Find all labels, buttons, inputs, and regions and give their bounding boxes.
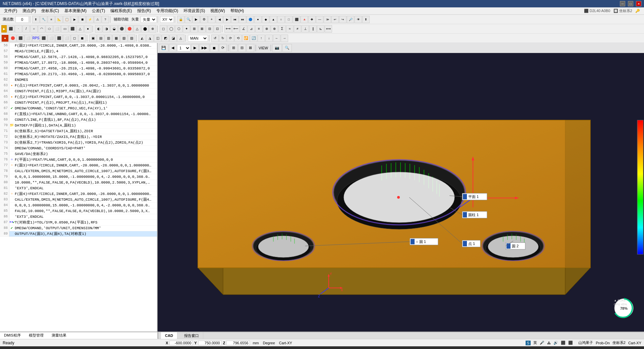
point-count-input[interactable] [15, 16, 29, 23]
view-play-btn[interactable]: ▶▶ [199, 44, 209, 52]
tb3-btn-15[interactable]: ▦ [112, 35, 120, 42]
tb-btn-25[interactable]: ≫ [324, 16, 331, 23]
tb2-btn-p11[interactable]: ⊥ [302, 25, 309, 33]
code-line[interactable]: 74 DMESW/COMAND,'COORDSYS/CAD=PART' [0, 146, 157, 151]
tb-btn-17[interactable]: ◆ [262, 16, 269, 23]
tb2-btn-m3[interactable]: ◒ [110, 25, 118, 33]
tb3-btn-17[interactable]: ▨ [128, 35, 135, 42]
view-prev-btn[interactable]: ◀ [169, 44, 176, 52]
menu-report[interactable]: 报告(R) [135, 7, 154, 14]
menu-env[interactable]: 环境设置(S) [181, 7, 208, 14]
circle-tool[interactable]: ○ [30, 25, 38, 33]
tb2-btn-r7[interactable]: ⊟ [206, 25, 213, 33]
plane-select[interactable]: XY XZ YZ [160, 16, 174, 23]
tb-btn-28[interactable]: 🔎 [347, 16, 354, 23]
cylinder-tool[interactable]: ⬛ [69, 25, 76, 33]
lang-indicator[interactable]: S [526, 341, 531, 345]
menu-help[interactable]: 帮助(H) [228, 7, 247, 14]
arc-tool[interactable]: ◠ [38, 25, 45, 33]
tb-btn-27[interactable]: ↪ [339, 16, 346, 23]
menu-coord[interactable]: 坐标系(C) [39, 7, 62, 14]
tb3-btn-10[interactable]: ◻ [71, 35, 78, 42]
search-btn[interactable]: 🔍 [185, 16, 192, 23]
code-line[interactable]: 57 MEAS/CIRCLE,F(圆2),4 [0, 49, 157, 54]
tb-btn-16[interactable]: ● [254, 16, 262, 23]
tb2-btn-p4[interactable]: ⊿ [248, 25, 255, 33]
code-line[interactable]: 82 ○ F(圆4)=FEAT/CIRCLE,INNER,CART,20.000… [0, 191, 157, 197]
code-line[interactable]: 67 ✔ DMESW/COMAND,'CONST/SET_PROJ_VEC,FA… [0, 106, 157, 111]
sphere-tool[interactable]: ● [84, 25, 92, 33]
tb2-btn-p5[interactable]: ≡ [255, 25, 263, 33]
close-button[interactable]: ✕ [636, 1, 641, 6]
tb3-btn-c6[interactable]: 🔄 [250, 35, 257, 42]
tb2-btn-m4[interactable]: ⚫ [118, 25, 125, 33]
tb3-btn-13[interactable]: ▤ [97, 35, 104, 42]
tb2-btn-m6[interactable]: △ [133, 25, 141, 33]
plane-tool[interactable]: ▭ [61, 25, 68, 33]
tb3-btn-19[interactable]: ◮ [146, 35, 154, 42]
tb3-btn-6[interactable]: ⬛ [40, 35, 47, 42]
tab-dmis-program[interactable]: DMIS程序 模型管理 测量结果 [0, 332, 158, 339]
tb-btn-21[interactable]: ⬛ [293, 16, 300, 23]
tb3-btn-14[interactable]: ▥ [105, 35, 112, 42]
tb2-btn-p6[interactable]: ⊗ [263, 25, 270, 33]
view-save-btn[interactable]: 💾 [159, 44, 168, 52]
code-line[interactable]: 63 ● F(点1)=FEAT/POINT,CART,0.0003,-26.00… [0, 83, 157, 89]
code-line[interactable]: 73 D(坐标系2_T)=TRANS/XORIG,FA(点2),YORIG,FA… [0, 140, 157, 146]
tb3-btn-c3[interactable]: ⟳ [227, 35, 234, 42]
tb-btn-30[interactable]: ⬆ [362, 16, 370, 23]
tb3-btn-12[interactable]: ▣ [89, 35, 97, 42]
code-line[interactable]: 72 D(坐标系2_R)=ROTATE/ZAXIS,FA(直线1),-YDIR [0, 134, 157, 140]
code-line[interactable]: 89 OUTPUT/FA(圆3),FA(圆4),TA(对称度1) [0, 231, 157, 237]
ellipse-tool[interactable]: ⬭ [46, 25, 53, 33]
tb-btn-24[interactable]: — [316, 16, 323, 23]
tb-btn-15[interactable]: 🔵 [247, 16, 254, 23]
code-line[interactable]: 62 ENDMES [0, 77, 157, 83]
slot-tool[interactable]: ⬜ [53, 25, 61, 33]
tb2-btn-r3[interactable]: ⬡ [175, 25, 182, 33]
tb3-btn-c10[interactable]: → [281, 35, 288, 42]
view-save-img-btn[interactable]: 📷 [272, 44, 282, 52]
tb-btn-7[interactable]: ⏹ [78, 16, 86, 23]
code-line[interactable]: 64 CONST/POINT,F(点1),MIDPT,FA(圆1),FA(圆2) [0, 89, 157, 94]
tab-cad[interactable]: CAD [161, 332, 177, 339]
code-line[interactable]: 85 FALSE,10.0000,**,FALSE,FALSE,0,FA(VEC… [0, 208, 157, 214]
code-line[interactable]: 56 F(圆2)=FEAT/CIRCLE,INNER,CART,20.0000,… [0, 43, 157, 49]
tb-btn-1[interactable]: ⬆ [32, 16, 40, 23]
maximize-button[interactable]: □ [628, 1, 633, 6]
code-area[interactable]: 56 F(圆2)=FEAT/CIRCLE,INNER,CART,20.0000,… [0, 43, 157, 332]
code-line[interactable]: 61 PTMEAS/CART,20.2173,-33.4969,-1.4098,… [0, 71, 157, 77]
view-grid-btn[interactable]: ⊟ [238, 44, 246, 52]
tab-measure-label[interactable]: 测量结果 [52, 333, 66, 338]
code-line[interactable]: 60 PTMEAS/CART,27.4958,-26.2519,-1.4098,… [0, 66, 157, 71]
tb2-btn-m1[interactable]: ◐ [95, 25, 102, 33]
code-line[interactable]: 79 0,0,0,1.00000000,15.0000,-1.00000000,… [0, 174, 157, 180]
tb2-btn-p8[interactable]: Σ [278, 25, 286, 33]
code-line[interactable]: 68 F(直线1)=FEAT/LINE,UNBND,CART,0,0,-1.30… [0, 111, 157, 117]
tb3-btn-c2[interactable]: ↻ [219, 35, 226, 42]
view-rotate-btn[interactable]: ⟳ [219, 44, 227, 52]
tb-btn-5[interactable]: 📋 [63, 16, 70, 23]
code-line[interactable]: 77 ○ F(圆3)=FEAT/CIRCLE,INNER,CART,-20.00… [0, 163, 157, 168]
tb2-btn-r5[interactable]: ⊞ [191, 25, 198, 33]
code-line[interactable]: 69 CONST/LINE,F(直线1),BF,FA(点2),FA(点1) [0, 117, 157, 123]
tb-btn-11[interactable]: ◀ [216, 16, 223, 23]
tb2-btn-p12[interactable]: ∥ [309, 25, 317, 33]
tb3-btn-23[interactable]: ◬ [177, 35, 184, 42]
view-layout-btn[interactable]: ⊞ [230, 44, 237, 52]
tb-btn-14[interactable]: ⏭ [239, 16, 246, 23]
tb3-btn-8[interactable]: ⬛ [55, 35, 63, 42]
code-line[interactable]: 71 D(坐标系2_S)=DATSET/DAT(A_圆柱1),ZDIR [0, 129, 157, 134]
tb3-btn-20[interactable]: ◫ [154, 35, 161, 42]
tb3-btn-c7[interactable]: ↑ [258, 35, 265, 42]
tb2-btn-p9[interactable]: ≈ [286, 25, 293, 33]
code-line[interactable]: 58 PTMEAS/CART,12.5876,-27.1428,-1.4098,… [0, 54, 157, 60]
tb2-btn-p14[interactable]: ⟺ [325, 25, 332, 33]
tb3-btn-c1[interactable]: ↺ [211, 35, 219, 42]
tb2-btn-r4[interactable]: ✦ [183, 25, 190, 33]
tb3-btn-16[interactable]: ▧ [120, 35, 127, 42]
tb3-btn-5[interactable]: RPS [32, 35, 40, 42]
tb-btn-26[interactable]: ↩ [331, 16, 339, 23]
code-line[interactable]: 75 SAVE/DA(坐标系2) [0, 151, 157, 157]
tb2-btn-p2[interactable]: ⟵ [232, 25, 239, 33]
